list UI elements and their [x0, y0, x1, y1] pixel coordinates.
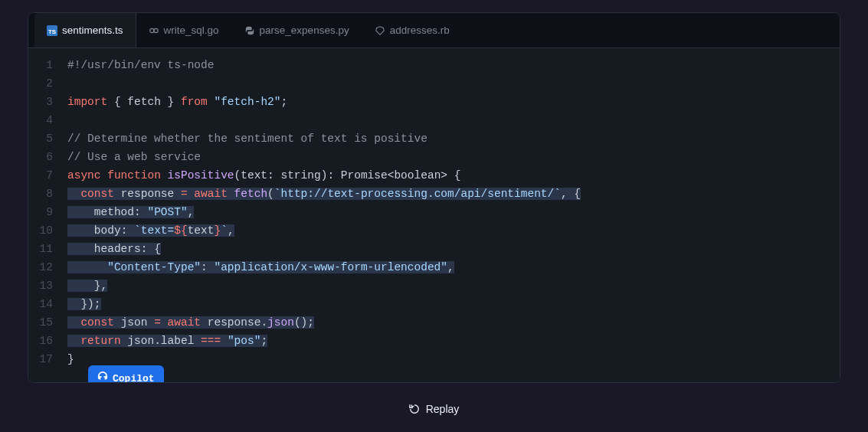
line-number: 4 [28, 111, 59, 129]
copilot-badge[interactable]: Copilot [88, 365, 164, 383]
code-line: 9 method: "POST", [28, 203, 840, 221]
code-content: method: "POST", [67, 203, 194, 221]
line-number: 15 [28, 313, 59, 332]
line-number: 17 [28, 350, 59, 368]
replay-label: Replay [426, 403, 460, 415]
code-content: } [67, 350, 74, 368]
go-icon [149, 25, 159, 36]
code-content: const response = await fetch(`http://tex… [67, 185, 581, 203]
ts-icon: TS [47, 25, 57, 36]
tab-write-sql-go[interactable]: write_sql.go [136, 13, 232, 47]
line-number: 2 [28, 74, 59, 93]
tab-addresses-rb[interactable]: addresses.rb [362, 13, 463, 47]
code-content: #!/usr/bin/env ts-node [67, 56, 214, 74]
code-comment: // Determine whether the sentiment of te… [67, 129, 427, 148]
code-content: }); [67, 295, 101, 313]
line-number: 12 [28, 258, 59, 277]
replay-button[interactable]: Replay [28, 383, 840, 420]
tab-label: parse_expenses.py [260, 25, 349, 36]
code-content: "Content-Type": "application/x-www-form-… [67, 258, 454, 277]
code-line: 13 }, [28, 277, 840, 295]
code-line: 16 return json.label === "pos"; [28, 332, 840, 350]
code-line: 3 import { fetch } from "fetch-h2"; [28, 93, 840, 111]
editor-window: TS sentiments.ts write_sql.go parse_expe… [28, 12, 840, 383]
code-content: async function isPositive(text: string):… [67, 166, 460, 185]
tab-bar: TS sentiments.ts write_sql.go parse_expe… [28, 13, 840, 48]
svg-point-3 [154, 28, 158, 32]
code-line: 8 const response = await fetch(`http://t… [28, 185, 840, 203]
code-editor[interactable]: 1 #!/usr/bin/env ts-node 2 3 import { fe… [28, 48, 840, 382]
python-icon [244, 25, 255, 36]
line-number: 8 [28, 185, 59, 203]
code-line: 10 body: `text=${text}`, [28, 221, 840, 240]
code-comment: // Use a web service [67, 148, 201, 166]
code-line: 4 [28, 111, 840, 129]
code-line: 6 // Use a web service [28, 148, 840, 166]
tab-label: addresses.rb [390, 25, 450, 36]
line-number: 3 [28, 93, 59, 111]
code-line: 2 [28, 74, 840, 93]
code-line: 11 headers: { [28, 240, 840, 258]
replay-icon [409, 404, 420, 414]
ruby-icon [375, 25, 385, 36]
code-content: headers: { [67, 240, 161, 258]
code-line: 12 "Content-Type": "application/x-www-fo… [28, 258, 840, 277]
tab-label: sentiments.ts [62, 25, 123, 36]
code-line: 1 #!/usr/bin/env ts-node [28, 56, 840, 74]
line-number: 13 [28, 277, 59, 295]
tab-sentiments-ts[interactable]: TS sentiments.ts [34, 13, 136, 47]
code-content: body: `text=${text}`, [67, 221, 234, 240]
line-number: 10 [28, 221, 59, 240]
line-number: 7 [28, 166, 59, 185]
svg-point-2 [149, 28, 153, 32]
code-line: 14 }); [28, 295, 840, 313]
copilot-icon [97, 370, 108, 383]
code-line: 5 // Determine whether the sentiment of … [28, 129, 840, 148]
code-content: const json = await response.json(); [67, 313, 314, 332]
line-number: 1 [28, 56, 59, 74]
line-number: 11 [28, 240, 59, 258]
line-number: 6 [28, 148, 59, 166]
code-content: }, [67, 277, 107, 295]
code-line: 7 async function isPositive(text: string… [28, 166, 840, 185]
svg-text:TS: TS [48, 28, 56, 34]
tab-parse-expenses-py[interactable]: parse_expenses.py [232, 13, 362, 47]
code-line: 15 const json = await response.json(); [28, 313, 840, 332]
line-number: 9 [28, 203, 59, 221]
line-number: 16 [28, 332, 59, 350]
code-content: return json.label === "pos"; [67, 332, 267, 350]
svg-point-4 [100, 376, 102, 378]
svg-point-5 [103, 376, 105, 378]
tab-label: write_sql.go [164, 25, 219, 36]
code-content: import { fetch } from "fetch-h2"; [67, 93, 287, 111]
copilot-label: Copilot [113, 370, 155, 383]
line-number: 14 [28, 295, 59, 313]
line-number: 5 [28, 129, 59, 148]
